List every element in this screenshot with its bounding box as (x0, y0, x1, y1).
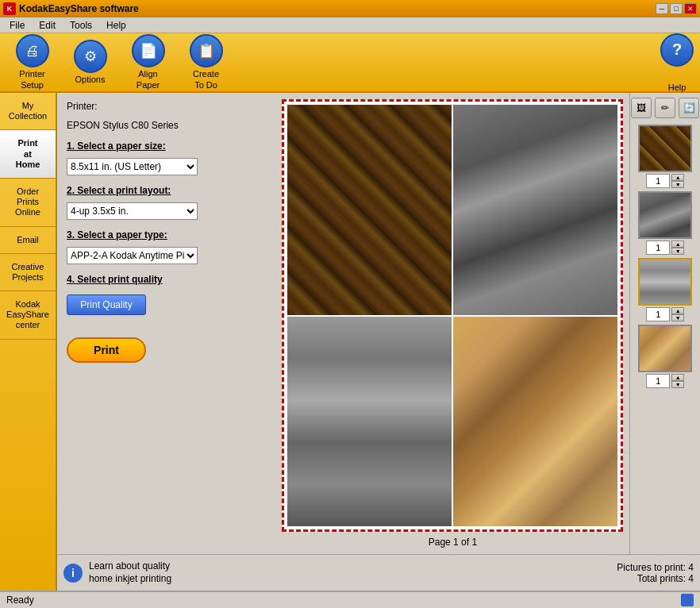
thumb-count-input-2[interactable] (646, 241, 670, 255)
menubar: File Edit Tools Help (0, 17, 700, 33)
photo-4-image (453, 317, 617, 527)
titlebar-left: K KodakEasyShare software (3, 2, 139, 15)
thumb-count-input-1[interactable] (646, 174, 670, 188)
print-panel: Printer: EPSON Stylus C80 Series 1. Sele… (57, 93, 700, 554)
paper-size-label: 1. Select a paper size: (67, 140, 266, 152)
thumbnail-panel: 🖼 ✏ 🔄 ▲ ▼ (629, 93, 700, 554)
thumb-counter-1: ▲ ▼ (646, 174, 684, 188)
thumbnail-item-2: ▲ ▼ (638, 191, 692, 255)
bottom-info-bar: i Learn about quality home inkjet printi… (57, 554, 700, 591)
photo-1-image (287, 105, 452, 315)
thumb-counter-4: ▲ ▼ (646, 374, 684, 388)
toolbar: 🖨 PrinterSetup ⚙ Options 📄 AlignPaper 📋 … (0, 33, 700, 93)
print-layout-select[interactable]: 4-up 3.5x5 in. 1-up 4x6 in. 2-up 4x6 in.… (67, 202, 198, 220)
sidebar-item-kodak-easyshare-center[interactable]: KodakEasySharecenter (0, 291, 56, 340)
menu-edit[interactable]: Edit (33, 18, 62, 33)
photo-slot-2 (453, 105, 617, 315)
status-text: Ready (6, 595, 34, 606)
align-paper-label: AlignPaper (137, 69, 160, 90)
content-area: Printer: EPSON Stylus C80 Series 1. Sele… (57, 93, 700, 591)
page-info: Page 1 of 1 (429, 537, 477, 548)
thumbnail-image-3[interactable] (638, 258, 692, 306)
thumb-toolbar: 🖼 ✏ 🔄 (631, 98, 699, 118)
total-prints: Total prints: 4 (617, 573, 694, 584)
minimize-button[interactable]: ─ (656, 3, 668, 14)
print-quality-label: 4. Select print quality (67, 274, 266, 285)
main-area: MyCollection PrintatHome OrderPrintsOnli… (0, 93, 700, 591)
thumbnail-item-1: ▲ ▼ (638, 125, 692, 188)
photo-3-image (287, 317, 452, 527)
sidebar-item-print-at-home[interactable]: PrintatHome (0, 130, 56, 179)
paper-type-label: 3. Select a paper type: (67, 229, 266, 241)
photo-slot-4 (453, 317, 617, 527)
printer-setup-button[interactable]: 🖨 PrinterSetup (6, 34, 58, 90)
thumb-spin-up-3[interactable]: ▲ (671, 307, 684, 314)
pictures-info: Pictures to print: 4 Total prints: 4 (617, 562, 694, 584)
print-layout-label: 2. Select a print layout: (67, 185, 266, 196)
app-logo: K (3, 2, 16, 15)
thumb-spin-1: ▲ ▼ (671, 174, 684, 188)
paper-type-select[interactable]: APP-2-A Kodak Anytime Pictu... Plain Pap… (67, 247, 198, 264)
thumb-counter-2: ▲ ▼ (646, 241, 684, 255)
status-indicator (681, 594, 694, 606)
help-label: Help (668, 83, 687, 92)
sidebar-item-order-prints-online[interactable]: OrderPrintsOnline (0, 179, 56, 227)
help-button[interactable]: ? Help (660, 33, 694, 92)
statusbar: Ready (0, 591, 700, 608)
thumb-spin-down-1[interactable]: ▼ (671, 181, 684, 188)
sidebar-item-email[interactable]: Email (0, 227, 56, 254)
thumb-spin-up-2[interactable]: ▲ (671, 241, 684, 248)
print-button[interactable]: Print (67, 337, 146, 363)
thumbnail-image-4[interactable] (638, 325, 692, 372)
thumb-icon-3[interactable]: 🔄 (679, 98, 699, 118)
titlebar: K KodakEasyShare software ─ □ ✕ (0, 0, 700, 17)
thumb-spin-down-4[interactable]: ▼ (671, 381, 684, 388)
thumbnail-item-3: ▲ ▼ (638, 258, 692, 321)
thumb-spin-down-3[interactable]: ▼ (671, 314, 684, 321)
thumbnail-image-1[interactable] (638, 125, 692, 172)
thumb-spin-2: ▲ ▼ (671, 241, 684, 255)
info-icon: i (63, 564, 83, 583)
info-line-1: Learn about quality (89, 560, 171, 573)
thumb-icon-2[interactable]: ✏ (655, 98, 675, 118)
menu-file[interactable]: File (3, 18, 31, 33)
print-quality-button[interactable]: Print Quality (67, 294, 146, 315)
printer-setup-label: PrinterSetup (19, 69, 44, 90)
sidebar-item-my-collection[interactable]: MyCollection (0, 93, 56, 130)
paper-size-select[interactable]: 8.5x11 in. (US Letter) 4x6 in. 5x7 in. A… (67, 158, 198, 175)
thumb-spin-4: ▲ ▼ (671, 374, 684, 388)
menu-help[interactable]: Help (100, 18, 133, 33)
thumb-icon-1[interactable]: 🖼 (631, 98, 652, 118)
printer-name: EPSON Stylus C80 Series (67, 120, 266, 131)
preview-area: Page 1 of 1 (275, 93, 629, 554)
thumb-spin-down-2[interactable]: ▼ (671, 248, 684, 255)
create-todo-label: CreateTo Do (193, 69, 219, 90)
create-todo-icon: 📋 (190, 34, 223, 67)
options-button[interactable]: ⚙ Options (64, 40, 116, 85)
thumb-spin-up-4[interactable]: ▲ (671, 374, 684, 381)
thumb-spin-3: ▲ ▼ (671, 307, 684, 321)
photo-slot-1 (287, 105, 452, 315)
printer-setup-icon: 🖨 (16, 34, 49, 67)
thumb-count-input-4[interactable] (646, 374, 670, 388)
window-controls[interactable]: ─ □ ✕ (656, 3, 697, 14)
create-todo-button[interactable]: 📋 CreateTo Do (180, 34, 232, 90)
close-button[interactable]: ✕ (684, 3, 697, 14)
printer-label: Printer: (67, 101, 98, 112)
options-icon: ⚙ (74, 40, 107, 73)
thumbnail-item-4: ▲ ▼ (638, 325, 692, 388)
options-label: Options (75, 75, 106, 85)
align-paper-icon: 📄 (132, 34, 165, 67)
photo-2-image (453, 105, 617, 315)
thumb-spin-up-1[interactable]: ▲ (671, 174, 684, 181)
photo-slot-3 (287, 317, 452, 527)
thumb-counter-3: ▲ ▼ (646, 307, 684, 321)
menu-tools[interactable]: Tools (63, 18, 98, 33)
info-line-2: home inkjet printing (89, 573, 171, 586)
sidebar-item-creative-projects[interactable]: CreativeProjects (0, 254, 56, 291)
thumbnail-image-2[interactable] (638, 191, 692, 239)
maximize-button[interactable]: □ (670, 3, 683, 14)
align-paper-button[interactable]: 📄 AlignPaper (122, 34, 174, 90)
thumb-count-input-3[interactable] (646, 307, 670, 321)
print-preview (282, 99, 623, 532)
